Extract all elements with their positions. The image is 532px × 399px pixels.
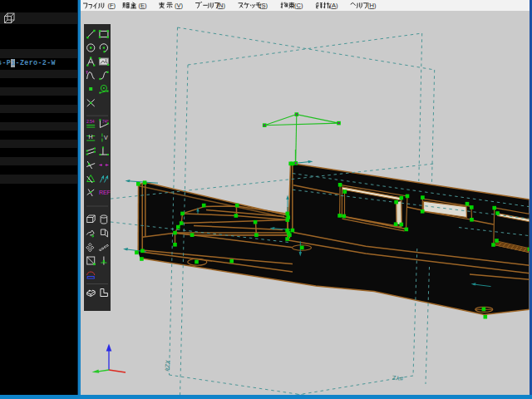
svg-text:#ZX: #ZX <box>164 359 172 372</box>
svg-text:#YZ: #YZ <box>392 374 404 382</box>
